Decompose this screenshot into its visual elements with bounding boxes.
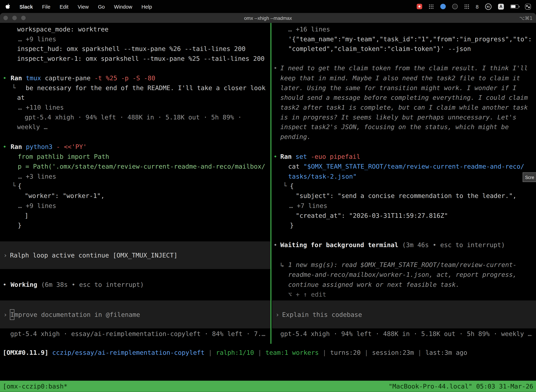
battery-icon[interactable]	[510, 5, 519, 9]
menu-help[interactable]: Help	[141, 4, 152, 9]
waiting-status-line: Waiting for background terminal (3m 46s …	[280, 240, 505, 250]
edit-hint: ⌥ + ↑ edit	[288, 289, 326, 299]
usage-stats-line: weekly …	[17, 122, 48, 132]
omx-team: team:1 workers	[266, 349, 319, 356]
pane-statusline: gpt-5.4 xhigh · 94% left · 488K in · 5.1…	[280, 329, 531, 339]
command-continuation-line: '{"team_name":"my-team","task_id":"1","f…	[288, 34, 532, 44]
prompt-input[interactable]: › Explain this codebase	[272, 300, 536, 328]
waiting-label: Waiting for background terminal	[280, 241, 398, 248]
prompt-placeholder: Explain this codebase	[282, 309, 362, 319]
menu-go[interactable]: Go	[98, 4, 105, 9]
command-output-line: "created_at": "2026-03-31T11:59:27.816Z"	[296, 210, 448, 220]
screen-recording-indicator-icon[interactable]	[416, 4, 422, 9]
bullet-icon: •	[273, 240, 277, 250]
collapsed-lines-indicator: … +7 lines	[289, 201, 327, 210]
bullet-icon: •	[273, 152, 277, 161]
collapsed-lines-indicator: … +9 lines	[18, 201, 56, 210]
input-source-icon[interactable]: A	[498, 4, 504, 9]
thinking-line: I need to get the claim token from the c…	[280, 63, 528, 73]
ran-command-line: Ran set -euo pipefail	[280, 152, 360, 161]
command-output-line: }	[290, 220, 294, 230]
zoom-button[interactable]	[21, 16, 26, 20]
tmux-session-window: [omx-cczip0:bash*	[3, 383, 67, 390]
command-name: set	[292, 153, 307, 160]
chevron-icon: ›	[3, 309, 7, 319]
thinking-line: inspect task2's JSON, focusing on the st…	[280, 122, 509, 132]
tmux-host-clock: "MacBook-Pro-44.local" 05:03 31-Mar-26	[389, 383, 533, 390]
app-icon-dark[interactable]	[452, 4, 458, 9]
terminal-line: inspect_worker-1: omx sparkshell --tmux-…	[17, 54, 264, 63]
omx-status-line: [OMX#0.11.9] cczip/essay/ai-reimplementa…	[3, 349, 467, 356]
window-title: omx --xhigh --madmax	[0, 15, 536, 21]
omx-ralph: ralph:1/10	[216, 349, 254, 356]
notification-text: Scre	[525, 175, 534, 180]
omx-turns: turns:20	[330, 349, 361, 356]
file-path: "$OMX_TEAM_STATE_ROOT/team/review-curren…	[303, 163, 524, 170]
command-output-line: {	[290, 181, 294, 191]
screen: Slack File Edit View Go Window Help 8 61…	[0, 0, 536, 392]
menu-window[interactable]: Window	[114, 4, 132, 9]
collapsed-lines-indicator: … +9 lines	[18, 34, 56, 44]
app-menu-slack[interactable]: Slack	[19, 4, 33, 9]
collapsed-lines-indicator: … +110 lines	[18, 103, 64, 112]
prompt-input[interactable]: › Improve documentation in @filename	[0, 300, 270, 328]
terminal-content: workspace_mode: worktree … +9 lines insp…	[0, 23, 536, 381]
inject-banner[interactable]: › Ralph loop active continue [OMX_TMUX_I…	[0, 241, 270, 269]
right-pane[interactable]: … +16 lines '{"team_name":"my-team","tas…	[272, 23, 536, 344]
command-args: - <<'PY'	[53, 143, 87, 150]
command-output-line: }	[18, 220, 22, 230]
command-name: python3	[22, 143, 53, 150]
command-output-line: "worker": "worker-1",	[25, 191, 105, 201]
apple-menu-icon[interactable]	[5, 3, 10, 9]
command-output-line: be necessary for the end of the README. …	[26, 83, 266, 93]
mailbox-message-line: continue assigned work or next feasible …	[288, 280, 459, 289]
app-icon-blue[interactable]	[440, 4, 446, 9]
code-line: p = Path('.omx/state/team/review-current…	[18, 161, 265, 171]
chevron-icon: ›	[3, 250, 7, 260]
thinking-line: is in progress? It seems likely but perh…	[280, 112, 516, 122]
cat-command: cat	[288, 163, 304, 170]
terminal-line: workspace_mode: worktree	[17, 24, 109, 34]
ran-label: Ran	[280, 153, 292, 160]
omx-project-path: cczip/essay/ai-reimplementation-copyleft	[48, 349, 205, 356]
pane-statusline: gpt-5.4 xhigh · essay/ai-reimplementatio…	[10, 329, 265, 339]
menu-edit[interactable]: Edit	[60, 4, 68, 9]
command-continuation-line: "completed","claim_token":"claim-token"}…	[288, 44, 471, 54]
bullet-icon: •	[3, 280, 7, 289]
ran-command-line: Ran tmux capture-pane -t %25 -p -S -80	[10, 73, 155, 83]
command-output-line: {	[18, 181, 22, 191]
ran-label: Ran	[10, 75, 22, 82]
inject-banner-text: Ralph loop active continue [OMX_TMUX_INJ…	[10, 250, 178, 260]
omx-session: session:23m	[372, 349, 414, 356]
command-output-line: at	[17, 93, 25, 103]
mailbox-message-line: 1 new msg(s): read $OMX_TEAM_STATE_ROOT/…	[288, 260, 517, 270]
keypad-icon[interactable]	[429, 4, 434, 9]
omx-last: last:3m ago	[425, 349, 467, 356]
mailbox-message-line: readme-and-reco/mailbox/worker-1.json, a…	[288, 270, 517, 280]
close-button[interactable]	[3, 16, 8, 20]
working-status-line: Working (6m 38s • esc to interrupt)	[10, 280, 144, 289]
minimize-button[interactable]	[12, 16, 17, 20]
command-output-line: ]	[25, 210, 29, 220]
menu-file[interactable]: File	[42, 4, 50, 9]
bullet-icon: •	[3, 73, 7, 83]
usage-stats-line: gpt-5.4 xhigh · 94% left · 488K in · 5.1…	[25, 112, 242, 122]
elbow-icon: └	[12, 83, 16, 93]
left-pane[interactable]: workspace_mode: worktree … +9 lines insp…	[0, 23, 270, 344]
terminal-line: inspect_hud: omx sparkshell --tmux-pane …	[17, 44, 245, 54]
prompt-placeholder: Improve documentation in @filename	[10, 309, 140, 320]
figure-eight-icon[interactable]: 8	[476, 4, 479, 9]
battery-gauge-icon[interactable]: 61	[485, 3, 492, 10]
control-center-icon[interactable]	[525, 4, 531, 9]
thinking-line: later. Using the same for transition mig…	[280, 83, 516, 93]
command-sub: capture-pane	[41, 75, 91, 82]
elbow-icon: └	[12, 181, 16, 191]
pane-divider[interactable]	[270, 23, 272, 344]
launchpad-dots-icon[interactable]	[464, 4, 469, 9]
tmux-status-bar: [omx-cczip0:bash* "MacBook-Pro-44.local"…	[0, 381, 536, 392]
menu-bar: Slack File Edit View Go Window Help 8 61…	[0, 0, 536, 13]
menu-view[interactable]: View	[78, 4, 89, 9]
file-path: tasks/task-2.json"	[288, 171, 357, 181]
notification-sliver[interactable]: Scre	[523, 173, 536, 182]
arrow-icon: ↳	[280, 260, 284, 270]
